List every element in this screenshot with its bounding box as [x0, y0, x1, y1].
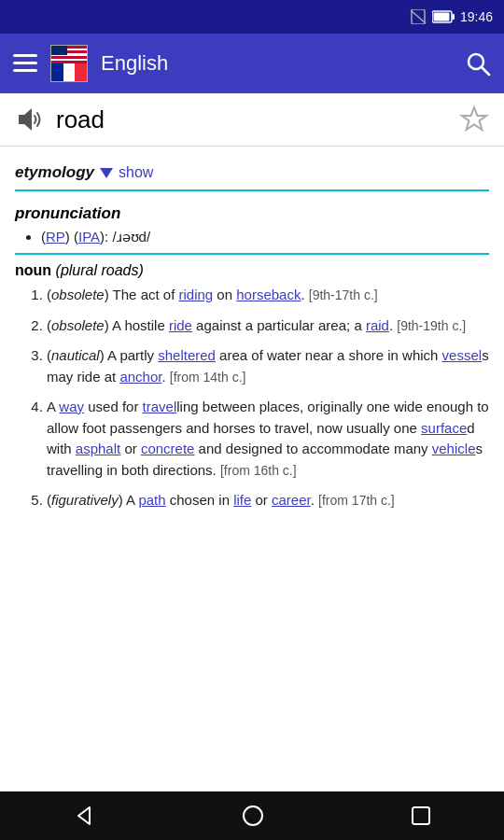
svg-line-9: [482, 67, 489, 75]
pos-label: noun: [15, 262, 51, 278]
etymology-collapse-icon[interactable]: [100, 168, 113, 178]
definition-item-3: (nautical) A partly sheltered area of wa…: [47, 345, 489, 387]
svg-marker-12: [78, 807, 90, 824]
flag-fr-red: [75, 63, 87, 81]
etymology-section-header: etymology show: [15, 154, 489, 191]
link-way[interactable]: way: [59, 399, 84, 414]
svg-marker-11: [462, 107, 486, 130]
status-time: 19:46: [460, 9, 493, 24]
svg-rect-6: [13, 62, 37, 64]
flag-fr-blue: [51, 63, 63, 81]
recents-button[interactable]: [411, 805, 431, 826]
link-vehicles[interactable]: vehicle: [432, 441, 476, 456]
link-sheltered[interactable]: sheltered: [158, 347, 216, 363]
definition-item-2: (obsolete) A hostile ride against a part…: [47, 315, 489, 337]
link-raid[interactable]: raid: [366, 317, 389, 333]
sim-off-icon: [410, 9, 427, 24]
status-bar: 19:46: [0, 0, 504, 34]
word-title: road: [56, 105, 459, 134]
link-ride[interactable]: ride: [169, 317, 192, 333]
definition-item-4: A way used for travelling between places…: [47, 397, 489, 481]
link-travelling[interactable]: travel: [143, 399, 177, 414]
status-icons: 19:46: [410, 9, 493, 24]
flag-fr-white: [63, 63, 76, 81]
svg-rect-5: [13, 54, 37, 57]
link-riding[interactable]: riding: [178, 287, 213, 302]
etymology-show-link[interactable]: show: [119, 164, 153, 181]
bookmark-icon[interactable]: [459, 105, 489, 134]
svg-point-13: [244, 806, 262, 825]
flag-fr: [51, 63, 87, 81]
pronunciation-section: pronunciation (RP) (IPA): /ɹəʊd/: [15, 197, 489, 255]
content-area: etymology show pronunciation (RP) (IPA):…: [0, 147, 504, 783]
link-life[interactable]: life: [233, 492, 251, 508]
pronunciation-title: pronunciation: [15, 204, 489, 223]
link-career[interactable]: career: [272, 492, 311, 508]
speaker-icon[interactable]: [15, 106, 47, 133]
rp-link[interactable]: RP: [46, 229, 65, 245]
svg-rect-3: [452, 14, 455, 20]
pos-plural-note: (plural roads): [56, 262, 144, 278]
app-title: English: [101, 51, 452, 76]
date-note-3: [from 14th c.]: [170, 370, 246, 385]
hamburger-menu-icon[interactable]: [13, 54, 37, 73]
link-vessels[interactable]: vessel: [442, 347, 483, 363]
svg-rect-14: [413, 807, 429, 824]
battery-icon: [432, 10, 455, 23]
search-button[interactable]: [465, 50, 491, 77]
svg-line-1: [411, 10, 426, 23]
definition-item-5: (figuratively) A path chosen in life or …: [47, 490, 489, 511]
link-path[interactable]: path: [138, 492, 165, 508]
flag-us: [51, 46, 87, 63]
link-asphalt[interactable]: asphalt: [76, 441, 120, 456]
svg-rect-4: [433, 13, 449, 21]
svg-marker-10: [19, 108, 32, 131]
pronunciation-list: (RP) (IPA): /ɹəʊd/: [15, 229, 489, 245]
language-flag-icon[interactable]: [50, 45, 88, 82]
date-note-4: [from 16th c.]: [220, 463, 297, 478]
definitions-list: (obsolete) The act of riding on horsebac…: [15, 285, 489, 511]
date-note-2: [9th-19th c.]: [397, 318, 466, 333]
link-horseback[interactable]: horseback: [236, 287, 301, 302]
word-header: road: [0, 93, 504, 147]
pos-line: noun (plural roads): [15, 262, 489, 279]
date-note-5: [from 17th c.]: [318, 493, 395, 508]
etymology-title: etymology: [15, 163, 94, 182]
link-anchor[interactable]: anchor: [119, 369, 161, 385]
svg-rect-7: [13, 69, 37, 72]
ipa-link[interactable]: IPA: [78, 229, 100, 245]
back-button[interactable]: [73, 805, 95, 827]
pronunciation-text: : /ɹəʊd/: [105, 229, 150, 245]
definition-item-1: (obsolete) The act of riding on horsebac…: [47, 285, 489, 306]
app-bar: English: [0, 34, 504, 93]
date-note-1: [9th-17th c.]: [309, 287, 378, 302]
bottom-nav: [0, 791, 504, 840]
pronunciation-item: (RP) (IPA): /ɹəʊd/: [41, 229, 489, 245]
link-surfaced[interactable]: surface: [421, 420, 467, 436]
flag-us-canton: [51, 46, 67, 55]
home-button[interactable]: [242, 805, 264, 827]
link-concrete[interactable]: concrete: [141, 441, 195, 456]
